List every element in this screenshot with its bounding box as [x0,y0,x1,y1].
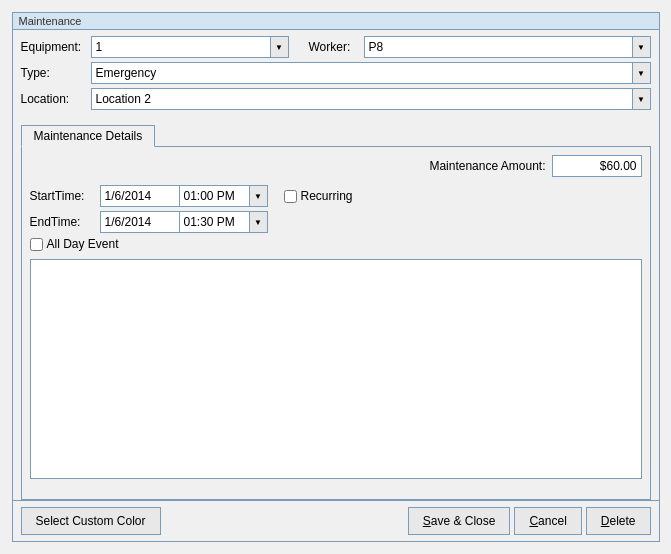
save-close-label: Save & Close [423,514,496,528]
cancel-label: Cancel [529,514,566,528]
endtime-dropdown-btn[interactable]: ▼ [250,211,268,233]
notes-area[interactable] [30,259,642,479]
tab-label: Maintenance Details [34,129,143,143]
worker-input[interactable] [364,36,633,58]
starttime-dropdown-btn[interactable]: ▼ [250,185,268,207]
endtime-group: ▼ [100,211,268,233]
tab-container: Maintenance Details Maintenance Amount: … [21,124,651,500]
equipment-input[interactable] [91,36,271,58]
type-input[interactable] [91,62,633,84]
custom-color-label: Select Custom Color [36,514,146,528]
location-group: ▼ [91,88,651,110]
type-group: ▼ [91,62,651,84]
worker-section: Worker: ▼ [309,36,651,58]
maintenance-amount-input[interactable] [552,155,642,177]
location-row: Location: ▼ [21,88,651,110]
footer: Select Custom Color Save & Close Cancel … [13,500,659,541]
end-time-input[interactable] [180,211,250,233]
all-day-label: All Day Event [47,237,119,251]
all-day-row: All Day Event [30,237,642,251]
starttime-row: StartTime: ▼ Recurring [30,185,642,207]
maintenance-amount-label: Maintenance Amount: [429,159,545,173]
maintenance-amount-row: Maintenance Amount: [30,155,642,177]
maintenance-window: Maintenance Equipment: ▼ Worker: ▼ Type:… [12,12,660,542]
start-time-input[interactable] [180,185,250,207]
worker-label: Worker: [309,40,364,54]
tab-header: Maintenance Details [21,124,651,146]
tab-maintenance-details[interactable]: Maintenance Details [21,125,156,147]
endtime-label: EndTime: [30,215,100,229]
starttime-label: StartTime: [30,189,100,203]
worker-dropdown-btn[interactable]: ▼ [633,36,651,58]
select-custom-color-button[interactable]: Select Custom Color [21,507,161,535]
start-date-input[interactable] [100,185,180,207]
window-title: Maintenance [13,13,659,30]
equipment-label: Equipment: [21,40,91,54]
equipment-group: ▼ [91,36,289,58]
recurring-label: Recurring [301,189,353,203]
end-date-input[interactable] [100,211,180,233]
endtime-row: EndTime: ▼ [30,211,642,233]
cancel-button[interactable]: Cancel [514,507,581,535]
delete-button[interactable]: Delete [586,507,651,535]
tab-content: Maintenance Amount: StartTime: ▼ Recurri… [21,146,651,500]
type-dropdown-btn[interactable]: ▼ [633,62,651,84]
all-day-checkbox[interactable] [30,238,43,251]
save-close-button[interactable]: Save & Close [408,507,511,535]
starttime-group: ▼ [100,185,268,207]
equipment-dropdown-btn[interactable]: ▼ [271,36,289,58]
equipment-row: Equipment: ▼ Worker: ▼ [21,36,651,58]
location-dropdown-btn[interactable]: ▼ [633,88,651,110]
form-area: Equipment: ▼ Worker: ▼ Type: ▼ Location: [13,30,659,120]
type-row: Type: ▼ [21,62,651,84]
type-label: Type: [21,66,91,80]
location-input[interactable] [91,88,633,110]
recurring-section: Recurring [284,189,353,203]
location-label: Location: [21,92,91,106]
recurring-checkbox[interactable] [284,190,297,203]
delete-label: Delete [601,514,636,528]
